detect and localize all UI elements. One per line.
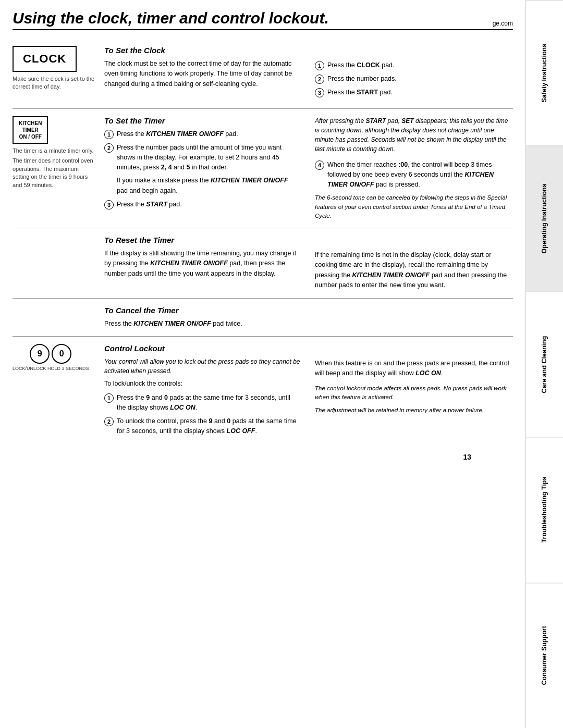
lock-caption: LOCK/UNLOCK HOLD 3 SECONDS xyxy=(13,366,89,371)
site-url: ge.com xyxy=(493,20,513,27)
timer-note-right: After pressing the START pad, SET disapp… xyxy=(315,116,513,154)
cancel-timer-text: Press the KITCHEN TIMER ON/OFF pad twice… xyxy=(104,319,509,329)
timer-section-right: After pressing the START pad, SET disapp… xyxy=(313,116,513,220)
section-reset-timer: To Reset the Timer If the display is sti… xyxy=(13,228,513,299)
page-number: 13 xyxy=(463,453,471,461)
section-cancel-timer: To Cancel the Timer Press the KITCHEN TI… xyxy=(13,299,513,337)
lockout-heading: Control Lockout xyxy=(104,344,300,353)
lockout-intro-text: To lock/unlock the controls: xyxy=(104,379,300,389)
step-num: 1 xyxy=(104,393,114,403)
step-num: 2 xyxy=(315,75,324,84)
timer-step-3: 3 Press the START pad. xyxy=(104,200,300,209)
timer-section-middle: To Set the Timer 1 Press the KITCHEN TIM… xyxy=(104,116,304,220)
cancel-timer-heading: To Cancel the Timer xyxy=(104,306,509,315)
clock-section-right: 1 Press the CLOCK pad. 2 Press the numbe… xyxy=(313,46,513,101)
reset-timer-middle: To Reset the Timer If the display is sti… xyxy=(104,236,304,291)
clock-step-1: 1 Press the CLOCK pad. xyxy=(315,60,513,70)
reset-timer-left-text: If the display is still showing the time… xyxy=(104,249,300,279)
clock-heading: To Set the Clock xyxy=(104,46,300,55)
sidebar-tab-safety: Safety Instructions xyxy=(526,0,563,145)
cancel-timer-middle: To Cancel the Timer Press the KITCHEN TI… xyxy=(104,306,513,329)
lock-buttons: 9 0 xyxy=(30,344,71,364)
title-area: Using the clock, timer and control locko… xyxy=(13,9,513,30)
lockout-section-right: When this feature is on and the press pa… xyxy=(313,344,513,439)
sidebar: Safety Instructions Operating Instructio… xyxy=(525,0,563,728)
step-text: Press the number pads. xyxy=(327,74,397,84)
lockout-note2: The adjustment will be retained in memor… xyxy=(315,406,513,415)
step-num: 1 xyxy=(104,130,114,139)
reset-timer-right: If the remaining time is not in the disp… xyxy=(313,236,513,291)
section-clock: CLOCK Make sure the clock is set to the … xyxy=(13,39,513,109)
step-num: 4 xyxy=(315,161,324,170)
lockout-step-2: 2 To unlock the control, press the 9 and… xyxy=(104,416,300,436)
lockout-section-middle: Control Lockout Your control will allow … xyxy=(104,344,304,439)
timer-caption1: The timer is a minute timer only. xyxy=(13,147,94,155)
clock-step-2: 2 Press the number pads. xyxy=(315,74,513,84)
clock-icon-label: CLOCK xyxy=(23,52,66,66)
step-text: Press the START pad. xyxy=(117,200,182,209)
page-title: Using the clock, timer and control locko… xyxy=(13,9,329,27)
reset-timer-left xyxy=(13,236,96,291)
lockout-note1: The control lockout mode affects all pre… xyxy=(315,384,513,402)
timer-note-bottom: The 6-second tone can be canceled by fol… xyxy=(315,193,513,220)
step-text: Press the KITCHEN TIMER ON/OFF pad. xyxy=(117,129,238,139)
timer-heading: To Set the Timer xyxy=(104,116,300,125)
lockout-step-1: 1 Press the 9 and 0 pads at the same tim… xyxy=(104,393,300,413)
section-timer: KITCHEN TIMER ON / OFF The timer is a mi… xyxy=(13,109,513,228)
sidebar-tab-troubleshooting: Troubleshooting Tips xyxy=(526,437,563,582)
clock-step-3: 3 Press the START pad. xyxy=(315,88,513,97)
step-text: Press the START pad. xyxy=(327,88,393,97)
sidebar-tab-care: Care and Cleaning xyxy=(526,291,563,437)
step-num: 1 xyxy=(315,61,324,70)
step-text: Press the 9 and 0 pads at the same time … xyxy=(117,393,300,413)
lockout-right-text1: When this feature is on and the press pa… xyxy=(315,359,513,379)
step-text: When the timer reaches :00, the control … xyxy=(327,160,513,189)
section-control-lockout: 9 0 LOCK/UNLOCK HOLD 3 SECONDS Control L… xyxy=(13,337,513,447)
clock-icon: CLOCK xyxy=(13,46,77,72)
step-text: To unlock the control, press the 9 and 0… xyxy=(117,416,300,436)
timer-step-2: 2 Press the number pads until the amount… xyxy=(104,143,300,172)
timer-mistake-note: If you make a mistake press the KITCHEN … xyxy=(117,176,300,196)
step-num: 3 xyxy=(104,200,114,209)
lock-icon-area: 9 0 LOCK/UNLOCK HOLD 3 SECONDS xyxy=(13,344,89,371)
step-num: 2 xyxy=(104,417,114,426)
step-num: 3 xyxy=(315,88,324,97)
page-number-area: 13 xyxy=(13,453,513,461)
timer-step-4: 4 When the timer reaches :00, the contro… xyxy=(315,160,513,189)
timer-caption2: The timer does not control oven operatio… xyxy=(13,157,96,189)
lockout-italic-intro: Your control will allow you to lock out … xyxy=(104,357,300,376)
cancel-timer-left xyxy=(13,306,96,329)
main-content: Using the clock, timer and control locko… xyxy=(0,0,525,474)
timer-icon-label: KITCHEN TIMER ON / OFF xyxy=(19,120,42,140)
timer-icon: KITCHEN TIMER ON / OFF xyxy=(13,116,48,144)
lockout-section-left: 9 0 LOCK/UNLOCK HOLD 3 SECONDS xyxy=(13,344,96,439)
timer-section-left: KITCHEN TIMER ON / OFF The timer is a mi… xyxy=(13,116,96,220)
step-text: Press the CLOCK pad. xyxy=(327,60,395,70)
reset-timer-heading: To Reset the Timer xyxy=(104,236,300,244)
clock-section-left: CLOCK Make sure the clock is set to the … xyxy=(13,46,96,101)
sidebar-tab-consumer: Consumer Support xyxy=(526,583,563,728)
lock-btn-0: 0 xyxy=(52,344,71,364)
reset-timer-right-text: If the remaining time is not in the disp… xyxy=(315,250,513,291)
clock-section-middle: To Set the Clock The clock must be set t… xyxy=(104,46,304,101)
step-text: Press the number pads until the amount o… xyxy=(117,143,300,172)
step-num: 2 xyxy=(104,143,114,153)
sidebar-tab-operating: Operating Instructions xyxy=(526,145,563,291)
clock-body: The clock must be set to the correct tim… xyxy=(104,59,300,89)
lock-btn-9: 9 xyxy=(30,344,50,364)
clock-caption: Make sure the clock is set to the correc… xyxy=(13,75,96,91)
timer-step-1: 1 Press the KITCHEN TIMER ON/OFF pad. xyxy=(104,129,300,139)
